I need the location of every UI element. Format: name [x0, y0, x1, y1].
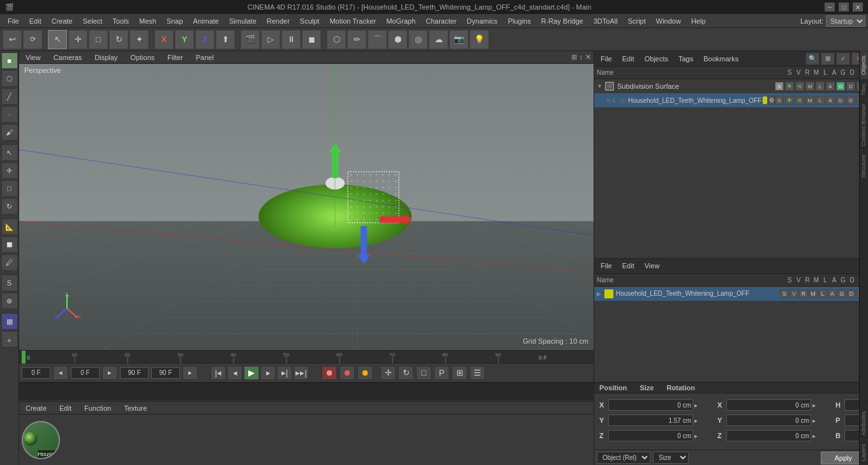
- goto-end-button[interactable]: ▸|: [277, 366, 292, 380]
- rotate-button[interactable]: ↻: [1, 198, 18, 215]
- obj-filter-button[interactable]: ⊞: [821, 52, 835, 65]
- attrib-menu-view[interactable]: View: [641, 261, 664, 270]
- menu-script[interactable]: Script: [623, 16, 651, 26]
- material-menu-function[interactable]: Function: [80, 404, 115, 413]
- content-browser-tab[interactable]: Content Browser: [860, 99, 868, 150]
- viewport-menu-view[interactable]: View: [22, 53, 45, 62]
- spline-button[interactable]: ⌒: [368, 30, 387, 49]
- undo-button[interactable]: ↩: [3, 30, 22, 49]
- record-active-button[interactable]: ⏺: [340, 366, 355, 380]
- lamp-r[interactable]: R: [795, 96, 804, 105]
- menu-window[interactable]: Window: [651, 16, 686, 26]
- size-y-input[interactable]: [726, 415, 811, 426]
- attrib-ctrl-g[interactable]: G: [837, 289, 846, 298]
- param-key-button[interactable]: P: [434, 366, 449, 380]
- position-y-input[interactable]: [608, 415, 693, 426]
- menu-mesh[interactable]: Mesh: [134, 16, 161, 26]
- step-back-button[interactable]: ◂: [227, 366, 243, 380]
- layout-dropdown[interactable]: Startup: [826, 15, 865, 27]
- end-frame-input[interactable]: [120, 367, 149, 379]
- deform-button[interactable]: ◎: [408, 30, 428, 49]
- menu-select[interactable]: Select: [78, 16, 108, 26]
- layers-tab[interactable]: Layers: [860, 439, 868, 465]
- attrib-ctrl-r[interactable]: R: [799, 289, 808, 298]
- menu-sculpt[interactable]: Sculpt: [295, 16, 325, 26]
- live-select-button[interactable]: ↖: [1, 144, 18, 161]
- material-menu-texture[interactable]: Texture: [120, 404, 151, 413]
- obj-search-button[interactable]: 🔍: [805, 52, 819, 65]
- obj-menu-tags[interactable]: Tags: [675, 54, 697, 63]
- position-y-arrow[interactable]: ▸: [693, 417, 712, 424]
- attrib-ctrl-l[interactable]: L: [818, 289, 827, 298]
- subdiv-render[interactable]: R: [795, 82, 804, 91]
- lamp-g[interactable]: G: [836, 96, 845, 105]
- size-z-input[interactable]: [726, 430, 811, 441]
- viewport-menu-cameras[interactable]: Cameras: [50, 53, 86, 62]
- all-key-button[interactable]: ⊞: [452, 366, 467, 380]
- key-settings-button[interactable]: ☰: [470, 366, 485, 380]
- subdiv-lock[interactable]: L: [816, 82, 825, 91]
- lamp-d[interactable]: D: [846, 96, 855, 105]
- material-menu-edit[interactable]: Edit: [56, 404, 75, 413]
- attrib-ctrl-a[interactable]: A: [828, 289, 837, 298]
- viewport-menu-panel[interactable]: Panel: [192, 53, 218, 62]
- obj-menu-objects[interactable]: Objects: [641, 54, 672, 63]
- position-x-arrow[interactable]: ▸: [693, 402, 712, 409]
- menu-animate[interactable]: Animate: [188, 16, 224, 26]
- lamp-l[interactable]: L: [816, 96, 825, 105]
- goto-start-button[interactable]: |◂: [211, 366, 226, 380]
- move-button[interactable]: ✛: [1, 162, 18, 179]
- deformer-button[interactable]: ⟁: [1, 331, 18, 347]
- menu-motion-tracker[interactable]: Motion Tracker: [324, 16, 381, 26]
- tiles-tab[interactable]: Tiles: [860, 79, 868, 100]
- model-mode-button[interactable]: ■: [1, 52, 18, 69]
- subdiv-d[interactable]: D: [846, 82, 855, 91]
- material-housing-thumb[interactable]: Housing: [22, 421, 60, 459]
- menu-dynamics[interactable]: Dynamics: [461, 16, 502, 26]
- subdiv-group[interactable]: G: [836, 82, 845, 91]
- light-button[interactable]: 💡: [470, 30, 489, 49]
- measure-button[interactable]: 📐: [1, 218, 18, 235]
- structure-tab[interactable]: Structure: [860, 150, 868, 182]
- play-button[interactable]: ▶: [244, 366, 259, 380]
- rotate-key-button[interactable]: ↻: [398, 366, 414, 380]
- menu-render[interactable]: Render: [262, 16, 295, 26]
- close-button[interactable]: ✕: [853, 3, 863, 11]
- rotate-tool-button[interactable]: ↻: [109, 30, 128, 49]
- minimize-button[interactable]: ─: [825, 3, 835, 11]
- render-view-button[interactable]: ▷: [261, 30, 280, 49]
- frame-up-button[interactable]: ▸: [102, 366, 117, 380]
- nurbs-button[interactable]: ⬢: [388, 30, 407, 49]
- obj-menu-edit[interactable]: Edit: [618, 54, 638, 63]
- attrib-ctrl-d[interactable]: D: [847, 289, 856, 298]
- render-settings-button[interactable]: ⏸: [281, 30, 301, 49]
- viewport-menu-display[interactable]: Display: [91, 53, 121, 62]
- viewport-menu-filter[interactable]: Filter: [163, 53, 186, 62]
- timeline-track[interactable]: [19, 383, 594, 400]
- environment-button[interactable]: ☁: [429, 30, 448, 49]
- menu-simulate[interactable]: Simulate: [224, 16, 262, 26]
- menu-create[interactable]: Create: [47, 16, 78, 26]
- obj-menu-bookmarks[interactable]: Bookmarks: [700, 54, 742, 63]
- menu-3dtoall[interactable]: 3DToAll: [588, 16, 623, 26]
- layer-button[interactable]: ▦: [1, 313, 18, 330]
- knife-button[interactable]: 🖊: [1, 254, 18, 271]
- attrib-ctrl-m[interactable]: M: [809, 289, 818, 298]
- menu-character[interactable]: Character: [421, 16, 461, 26]
- attrib-menu-edit[interactable]: Edit: [618, 261, 638, 270]
- attrib-ctrl-s[interactable]: S: [780, 289, 789, 298]
- objects-tab[interactable]: Objects: [860, 51, 868, 79]
- subdiv-a[interactable]: A: [826, 82, 835, 91]
- position-z-arrow[interactable]: ▸: [693, 432, 712, 439]
- menu-vray[interactable]: R-Ray Bridge: [536, 16, 588, 26]
- menu-file[interactable]: File: [3, 16, 24, 26]
- goto-last-frame-button[interactable]: ▸▸|: [294, 366, 309, 380]
- maximize-button[interactable]: □: [839, 3, 849, 11]
- min-frame-input[interactable]: [151, 367, 180, 379]
- 3d-viewport[interactable]: Perspective Grid Spacing : 10 cm Y X Z: [19, 64, 594, 350]
- z-axis-button[interactable]: Z: [195, 30, 214, 49]
- scale-tool-button[interactable]: □: [89, 30, 108, 49]
- pen-tool-button[interactable]: ✏: [347, 30, 366, 49]
- poly-mode-button[interactable]: ⬡: [1, 70, 18, 87]
- viewport-close-icon[interactable]: ✕: [585, 53, 591, 61]
